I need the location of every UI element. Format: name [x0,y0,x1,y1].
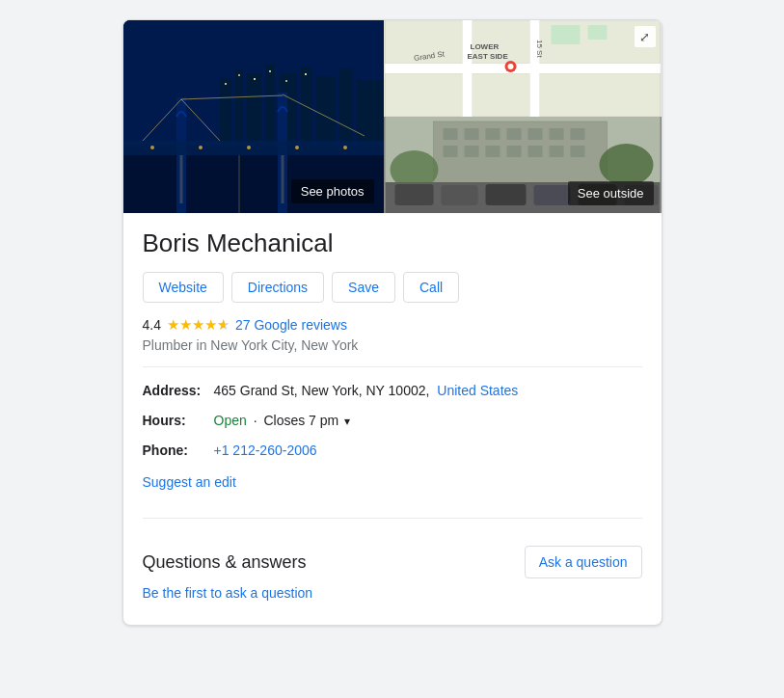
reviews-link[interactable]: 27 Google reviews [235,317,347,333]
svg-rect-43 [385,64,660,73]
street-photo-panel: See outside [384,117,662,213]
svg-rect-40 [587,25,607,40]
svg-rect-3 [235,68,243,146]
suggest-edit-link[interactable]: Suggest an edit [143,474,236,490]
first-ask-link[interactable]: Be the first to ask a question [143,585,313,601]
business-category: Plumber in New York City, New York [143,337,642,353]
svg-text:LOWER: LOWER [470,42,499,51]
svg-point-31 [343,146,347,149]
svg-rect-72 [485,184,526,205]
save-button[interactable]: Save [332,272,395,303]
business-name: Boris Mechanical [143,228,642,258]
phone-label: Phone: [143,441,210,461]
business-card: See photos [122,19,662,626]
svg-rect-61 [464,146,478,157]
svg-rect-57 [527,128,542,140]
svg-rect-12 [238,74,240,76]
svg-rect-5 [265,64,275,146]
svg-rect-10 [357,80,384,146]
svg-rect-71 [441,185,477,205]
hours-label: Hours: [143,411,210,431]
svg-rect-62 [485,146,500,157]
svg-rect-65 [549,146,563,157]
hours-row: Hours: Open · Closes 7 pm ▾ [143,411,642,431]
svg-rect-63 [506,146,521,157]
phone-row: Phone: +1 212-260-2006 [143,441,642,461]
gallery: See photos [123,20,662,213]
rating-number: 4.4 [143,317,161,333]
hours-chevron-icon[interactable]: ▾ [344,415,350,428]
svg-rect-39 [551,25,580,44]
svg-text:15 St: 15 St [534,40,543,58]
svg-rect-8 [316,76,336,146]
svg-rect-16 [305,73,307,75]
divider-1 [143,366,642,367]
qa-header: Questions & answers Ask a question [143,546,642,578]
hours-value: Open · Closes 7 pm ▾ [214,411,351,431]
gallery-right: Grand St LOWER EAST SIDE 15 St ⤢ [384,20,662,213]
svg-text:EAST SIDE: EAST SIDE [467,52,508,61]
rating-row: 4.4 ★★★★★★ 27 Google reviews [143,316,642,334]
svg-rect-36 [385,73,462,117]
phone-value: +1 212-260-2006 [214,441,317,461]
svg-rect-38 [539,73,660,117]
ask-question-button[interactable]: Ask a question [525,546,642,578]
svg-rect-14 [269,70,271,72]
map-svg: Grand St LOWER EAST SIDE 15 St [384,20,662,117]
svg-rect-54 [464,128,478,140]
stars-display: ★★★★★★ [167,316,230,334]
qa-section: Questions & answers Ask a question Be th… [143,532,642,609]
address-row: Address: 465 Grand St, New York, NY 1000… [143,381,642,401]
svg-rect-73 [533,185,570,205]
hours-dot: · [254,413,257,428]
divider-2 [143,518,642,519]
svg-point-29 [247,146,251,149]
svg-rect-4 [247,73,261,146]
svg-rect-70 [394,184,433,205]
svg-rect-64 [527,146,542,157]
call-button[interactable]: Call [403,272,459,303]
svg-point-49 [507,64,513,69]
closes-text: Closes 7 pm [263,413,338,428]
address-value: 465 Grand St, New York, NY 10002, United… [214,381,519,401]
map-panel[interactable]: Grand St LOWER EAST SIDE 15 St ⤢ [384,20,662,117]
svg-rect-55 [485,128,500,140]
svg-rect-15 [285,80,287,82]
action-buttons-row: Website Directions Save Call [143,272,642,303]
svg-rect-56 [506,128,521,140]
svg-point-28 [199,146,203,149]
info-section: Address: 465 Grand St, New York, NY 1000… [143,381,642,504]
photo-panel: See photos [123,20,384,213]
svg-rect-13 [254,78,256,80]
svg-rect-2 [220,78,231,146]
svg-rect-58 [549,128,563,140]
svg-rect-53 [443,128,457,140]
svg-point-68 [599,144,653,186]
svg-rect-37 [472,73,529,117]
svg-point-27 [150,146,154,149]
svg-rect-66 [570,146,584,157]
svg-rect-59 [570,128,584,140]
svg-rect-11 [225,83,227,85]
svg-rect-7 [301,67,312,146]
address-text: 465 Grand St, New York, NY 10002, [214,383,430,398]
svg-rect-60 [443,146,457,157]
svg-point-30 [295,146,299,149]
see-outside-button[interactable]: See outside [568,181,654,205]
svg-rect-9 [339,68,353,146]
website-button[interactable]: Website [143,272,224,303]
phone-link[interactable]: +1 212-260-2006 [214,443,317,458]
address-label: Address: [143,381,210,401]
expand-map-icon[interactable]: ⤢ [635,26,656,47]
business-content: Boris Mechanical Website Directions Save… [123,213,662,625]
qa-title: Questions & answers [143,552,307,573]
directions-button[interactable]: Directions [231,272,324,303]
address-country-link[interactable]: United States [437,383,518,398]
open-status: Open [214,413,247,428]
see-photos-button[interactable]: See photos [291,179,374,203]
